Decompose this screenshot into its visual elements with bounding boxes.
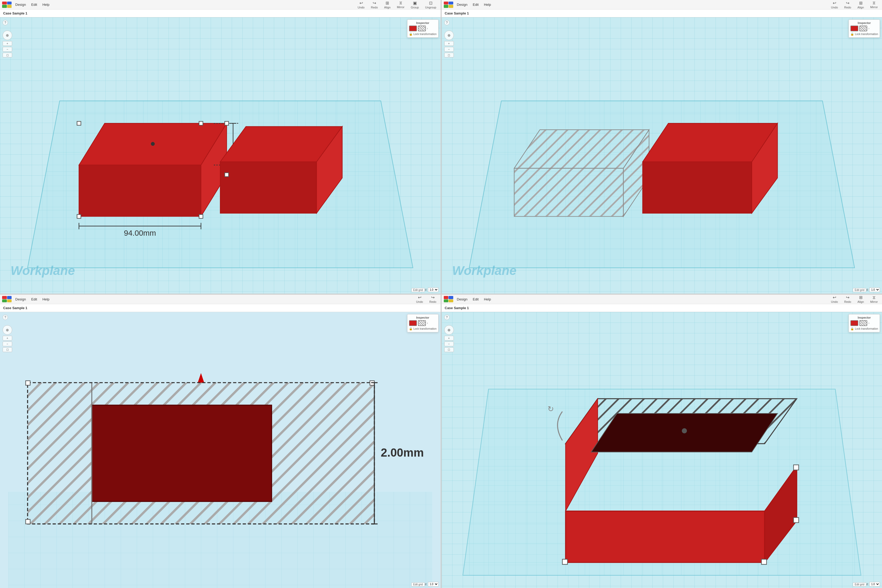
edit-grid-btn-br[interactable]: Edit grid <box>853 582 866 586</box>
nav-controls-br: ⊕ + − ◻ <box>444 325 454 352</box>
align-btn-br[interactable]: ⊞ Align <box>855 295 866 304</box>
redo-icon-bl <box>431 295 435 300</box>
nav-orbit-bl[interactable]: ⊕ <box>3 325 12 334</box>
redo-btn-bl[interactable]: Redo <box>427 295 438 304</box>
menu-design-br[interactable]: Design <box>455 297 469 302</box>
undo-icon-tl <box>360 0 363 6</box>
ungroup-icon-tl: ⊡ <box>429 0 432 6</box>
undo-btn-br[interactable]: Undo <box>829 295 840 304</box>
svg-rect-40 <box>92 405 272 501</box>
lock-label-bl[interactable]: Lock transformation <box>414 327 436 330</box>
menu-help-tr[interactable]: Help <box>482 2 492 7</box>
edit-grid-btn-tr[interactable]: Edit grid <box>853 288 866 292</box>
svg-rect-24 <box>225 122 229 125</box>
nav-fit-tl[interactable]: ◻ <box>3 52 12 57</box>
hatch-btn-br[interactable] <box>860 320 867 326</box>
lock-icon-tr: 🔒 <box>850 32 854 36</box>
menu-edit-tl[interactable]: Edit <box>30 2 39 7</box>
undo-btn-tr[interactable]: Undo <box>829 0 840 9</box>
inspector-bl: Inspector › 🔒 Lock transformation <box>407 314 438 332</box>
menu-design-tr[interactable]: Design <box>455 2 469 7</box>
undo-icon-tr <box>833 0 836 6</box>
snap-select-bl[interactable]: 1.0 <box>428 582 438 586</box>
logo-b-bl <box>7 296 12 299</box>
help-btn-bl[interactable]: ? <box>3 315 8 320</box>
nav-zoom-in-tr[interactable]: + <box>444 41 454 46</box>
redo-btn-br[interactable]: Redo <box>842 295 853 304</box>
svg-rect-65 <box>794 465 799 470</box>
menu-edit-br[interactable]: Edit <box>471 297 480 302</box>
inspector-arrow-tr[interactable]: › <box>868 27 869 30</box>
nav-fit-bl[interactable]: ◻ <box>3 347 12 352</box>
align-btn-tl[interactable]: ⊞ Align <box>382 0 393 9</box>
edit-grid-btn-bl[interactable]: Edit grid <box>411 582 425 586</box>
snap-select-tr[interactable]: 1.0 <box>869 288 880 292</box>
inspector-arrow-tl[interactable]: › <box>427 27 428 30</box>
nav-zoom-in-br[interactable]: + <box>444 336 454 340</box>
nav-zoom-out-tl[interactable]: − <box>3 47 12 52</box>
edit-grid-btn-tl[interactable]: Edit grid <box>411 288 425 292</box>
align-btn-tr[interactable]: ⊞ Align <box>855 0 866 9</box>
viewport-bl[interactable]: 2.00mm Inspector › 🔒 Lock transformation… <box>0 312 441 588</box>
svg-marker-18 <box>220 162 316 213</box>
color-btn-bl[interactable] <box>409 320 417 326</box>
menu-design-bl[interactable]: Design <box>14 297 27 302</box>
titlebar-tr: Case Sample 1 <box>442 9 882 17</box>
help-btn-tr[interactable]: ? <box>444 20 450 25</box>
logo-red-tl <box>2 2 7 5</box>
nav-zoom-in-bl[interactable]: + <box>3 336 12 340</box>
snap-select-tl[interactable]: 1.0 <box>428 288 438 292</box>
menu-help-tl[interactable]: Help <box>41 2 51 7</box>
group-btn-tl[interactable]: ▣ Group <box>409 0 421 9</box>
nav-fit-br[interactable]: ◻ <box>444 347 454 352</box>
group-icon-tl: ▣ <box>413 0 417 6</box>
ungroup-btn-tl[interactable]: ⊡ Ungroup <box>423 0 438 9</box>
nav-orbit-tl[interactable]: ⊕ <box>3 30 12 40</box>
color-btn-br[interactable] <box>850 320 858 326</box>
page-title-br: Case Sample 1 <box>445 306 469 310</box>
nav-zoom-out-tr[interactable]: − <box>444 47 454 52</box>
mirror-icon-tl: ⧖ <box>399 0 402 5</box>
scene-bl: 2.00mm <box>0 312 441 588</box>
undo-btn-bl[interactable]: Undo <box>414 295 425 304</box>
help-btn-br[interactable]: ? <box>444 315 450 320</box>
svg-marker-4 <box>79 165 201 216</box>
viewport-tl[interactable]: 94.00mm 79.86mm Workp <box>0 17 441 294</box>
nav-orbit-br[interactable]: ⊕ <box>444 325 454 334</box>
mirror-btn-tl[interactable]: ⧖ Mirror <box>395 0 406 9</box>
color-btn-tr[interactable] <box>850 26 858 32</box>
svg-rect-63 <box>761 559 766 564</box>
redo-btn-tr[interactable]: Redo <box>842 0 853 9</box>
svg-marker-42 <box>198 373 204 382</box>
nav-zoom-out-bl[interactable]: − <box>3 342 12 346</box>
menu-help-bl[interactable]: Help <box>41 297 51 302</box>
menu-help-br[interactable]: Help <box>482 297 492 302</box>
snap-select-br[interactable]: 1.0 <box>869 582 880 586</box>
lock-label-br[interactable]: Lock transformation <box>855 327 878 330</box>
nav-zoom-in-tl[interactable]: + <box>3 41 12 46</box>
undo-btn-tl[interactable]: Undo <box>356 0 367 9</box>
nav-fit-tr[interactable]: ◻ <box>444 52 454 57</box>
logo-g-br <box>444 299 448 303</box>
mirror-btn-tr[interactable]: ⧖ Mirror <box>868 0 880 9</box>
inspector-arrow-br[interactable]: › <box>868 321 869 325</box>
hatch-btn-bl[interactable] <box>418 320 426 326</box>
nav-orbit-tr[interactable]: ⊕ <box>444 30 454 40</box>
help-btn-tl[interactable]: ? <box>3 20 8 25</box>
menu-design-tl[interactable]: Design <box>14 2 27 7</box>
inspector-arrow-bl[interactable]: › <box>427 321 428 325</box>
svg-rect-62 <box>562 559 567 564</box>
nav-controls-tl: ⊕ + − ◻ <box>3 30 12 57</box>
menu-edit-bl[interactable]: Edit <box>30 297 39 302</box>
lock-label-tl[interactable]: Lock transformation <box>414 33 436 36</box>
viewport-tr[interactable]: Workplane Inspector › 🔒 Lock transformat… <box>442 17 882 294</box>
color-btn-tl[interactable] <box>409 26 417 32</box>
hatch-btn-tl[interactable] <box>418 26 426 32</box>
hatch-btn-tr[interactable] <box>860 26 867 32</box>
lock-label-tr[interactable]: Lock transformation <box>855 33 878 36</box>
menu-edit-tr[interactable]: Edit <box>471 2 480 7</box>
redo-btn-tl[interactable]: Redo <box>369 0 380 9</box>
nav-zoom-out-br[interactable]: − <box>444 342 454 346</box>
mirror-btn-br[interactable]: ⧖ Mirror <box>868 295 880 304</box>
viewport-br[interactable]: ↻ Inspector › 🔒 Lock transformation ⊕ + … <box>442 312 882 588</box>
